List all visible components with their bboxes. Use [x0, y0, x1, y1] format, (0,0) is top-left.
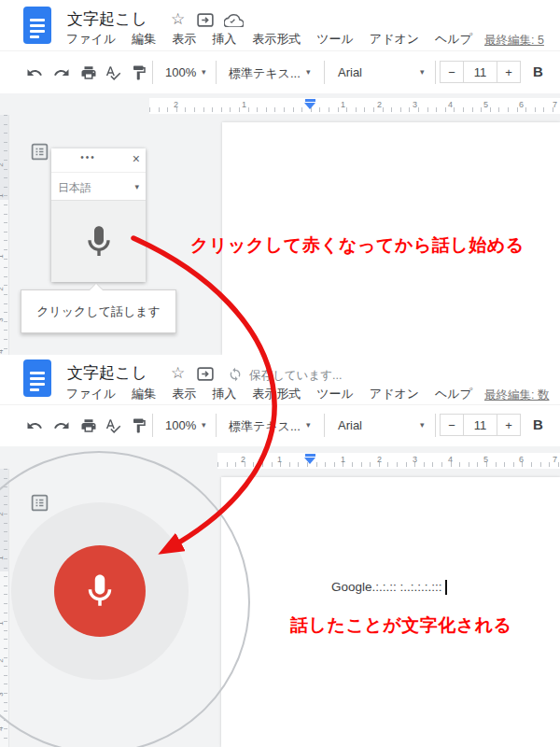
- menu-tools[interactable]: ツール: [316, 386, 354, 402]
- docs-window-bottom: 文字起こし ☆ 保存しています... ファイル 編集 表示 挿入 表示形式 ツー…: [0, 355, 560, 747]
- language-caret-icon: ▾: [134, 182, 139, 191]
- microphone-icon: [80, 217, 118, 267]
- font-select[interactable]: Arial: [338, 65, 362, 79]
- docs-window-top: 文字起こし ☆ ファイル 編集 表示 挿入 表示形式 ツール アドオン ヘルプ …: [0, 0, 560, 355]
- paragraph-style-select[interactable]: 標準テキス...: [229, 65, 301, 82]
- sync-saving-icon: [228, 367, 243, 382]
- menu-insert[interactable]: 挿入: [212, 31, 236, 48]
- annotation-speech-to-text: 話したことが文字化される: [290, 613, 512, 638]
- menu-view[interactable]: 表示: [172, 31, 196, 48]
- mic-button-recording[interactable]: [54, 545, 146, 637]
- bold-button[interactable]: B: [533, 63, 543, 79]
- indent-marker-icon[interactable]: [304, 458, 315, 470]
- menu-file[interactable]: ファイル: [66, 31, 116, 48]
- star-icon[interactable]: ☆: [171, 363, 185, 383]
- saving-status: 保存しています...: [249, 368, 342, 384]
- font-caret-icon[interactable]: ▾: [420, 420, 425, 430]
- zoom-caret-icon[interactable]: ▾: [202, 420, 206, 430]
- menu-format[interactable]: 表示形式: [252, 31, 301, 48]
- cloud-saved-icon[interactable]: [224, 13, 244, 27]
- toolbar: 100% ▾ 標準テキス... ▾ Arial ▾ − 11 + B: [0, 50, 560, 94]
- toolbar: 100% ▾ 標準テキス... ▾ Arial ▾ − 11 + B: [0, 404, 560, 447]
- zoom-select[interactable]: 100%: [165, 418, 196, 432]
- document-title[interactable]: 文字起こし: [67, 8, 147, 30]
- tooltip-text: クリックして話します: [36, 304, 161, 318]
- star-icon[interactable]: ☆: [171, 9, 185, 29]
- bold-button[interactable]: B: [533, 416, 543, 432]
- spellcheck-icon[interactable]: [105, 417, 121, 434]
- move-to-folder-icon[interactable]: [197, 367, 214, 381]
- text-cursor: [445, 580, 447, 595]
- transcribed-text[interactable]: Google.:.:.:: :..:.:.:.:::: [331, 580, 447, 595]
- close-icon[interactable]: ×: [133, 151, 140, 166]
- paragraph-style-select[interactable]: 標準テキス...: [229, 418, 301, 435]
- indent-marker-bar[interactable]: [305, 99, 315, 102]
- menu-format[interactable]: 表示形式: [252, 386, 301, 402]
- menu-help[interactable]: ヘルプ: [435, 386, 472, 402]
- annotation-click-to-start: クリックして赤くなってから話し始める: [190, 233, 525, 258]
- voice-typing-panel: ••• × 日本語 ▾: [51, 148, 146, 282]
- zoom-select[interactable]: 100%: [165, 65, 196, 79]
- undo-icon[interactable]: [26, 64, 43, 81]
- redo-icon[interactable]: [53, 64, 70, 81]
- menu-help[interactable]: ヘルプ: [435, 31, 472, 48]
- menu-addons[interactable]: アドオン: [370, 31, 419, 48]
- language-selector[interactable]: 日本語 ▾: [51, 172, 146, 200]
- paint-format-icon[interactable]: [131, 64, 147, 81]
- document-area: 2 1 1 2 3 4 5 6 7 2 1 1 2 3 4: [0, 446, 560, 747]
- microphone-icon: [80, 564, 119, 618]
- language-label: 日本語: [58, 180, 91, 196]
- font-size-value[interactable]: 11: [463, 414, 497, 436]
- screenshot-root: 文字起こし ☆ ファイル 編集 表示 挿入 表示形式 ツール アドオン ヘルプ …: [0, 0, 560, 747]
- print-icon[interactable]: [80, 64, 97, 81]
- menu-file[interactable]: ファイル: [66, 386, 116, 402]
- style-caret-icon[interactable]: ▾: [306, 420, 311, 430]
- menu-bar: ファイル 編集 表示 挿入 表示形式 ツール アドオン ヘルプ: [66, 31, 472, 48]
- zoom-caret-icon[interactable]: ▾: [202, 67, 206, 77]
- google-docs-logo-icon[interactable]: [23, 359, 51, 397]
- menu-tools[interactable]: ツール: [316, 31, 354, 48]
- font-size-decrease-button[interactable]: −: [440, 61, 464, 83]
- document-area: 2 1 1 2 3 4 5 6 7 2 1 1 2 3 4: [0, 93, 560, 355]
- font-size-increase-button[interactable]: +: [497, 414, 521, 436]
- menu-insert[interactable]: 挿入: [212, 386, 236, 402]
- redo-icon[interactable]: [53, 417, 70, 434]
- indent-marker-icon[interactable]: [304, 103, 315, 115]
- move-to-folder-icon[interactable]: [197, 13, 214, 27]
- vertical-ruler: 2 1 1 2 3 4: [0, 115, 9, 355]
- menu-edit[interactable]: 編集: [132, 386, 156, 402]
- print-icon[interactable]: [80, 417, 97, 434]
- font-size-increase-button[interactable]: +: [497, 61, 521, 83]
- mic-button-idle[interactable]: [51, 200, 146, 282]
- horizontal-ruler: 2 1 1 2 3 4 5 6 7: [0, 98, 560, 114]
- spellcheck-icon[interactable]: [105, 64, 121, 81]
- style-caret-icon[interactable]: ▾: [306, 67, 311, 77]
- font-select[interactable]: Arial: [338, 418, 362, 432]
- document-page[interactable]: [221, 477, 560, 747]
- more-options-icon[interactable]: •••: [51, 152, 125, 162]
- document-outline-icon[interactable]: [30, 142, 49, 162]
- font-size-decrease-button[interactable]: −: [440, 414, 464, 436]
- menu-view[interactable]: 表示: [172, 386, 196, 402]
- voice-panel-header: ••• ×: [51, 148, 146, 172]
- font-size-value[interactable]: 11: [463, 61, 497, 83]
- indent-marker-bar[interactable]: [305, 454, 315, 457]
- undo-icon[interactable]: [26, 417, 43, 434]
- menu-edit[interactable]: 編集: [132, 31, 156, 48]
- last-edit-link[interactable]: 最終編集: 5: [484, 33, 544, 49]
- menu-addons[interactable]: アドオン: [370, 386, 419, 402]
- document-title[interactable]: 文字起こし: [67, 362, 147, 384]
- mic-tooltip: クリックして話します: [21, 289, 176, 333]
- last-edit-link[interactable]: 最終編集: 数: [484, 388, 549, 403]
- paint-format-icon[interactable]: [131, 417, 147, 434]
- font-caret-icon[interactable]: ▾: [420, 67, 425, 77]
- google-docs-logo-icon[interactable]: [23, 7, 51, 44]
- menu-bar: ファイル 編集 表示 挿入 表示形式 ツール アドオン ヘルプ: [66, 386, 472, 402]
